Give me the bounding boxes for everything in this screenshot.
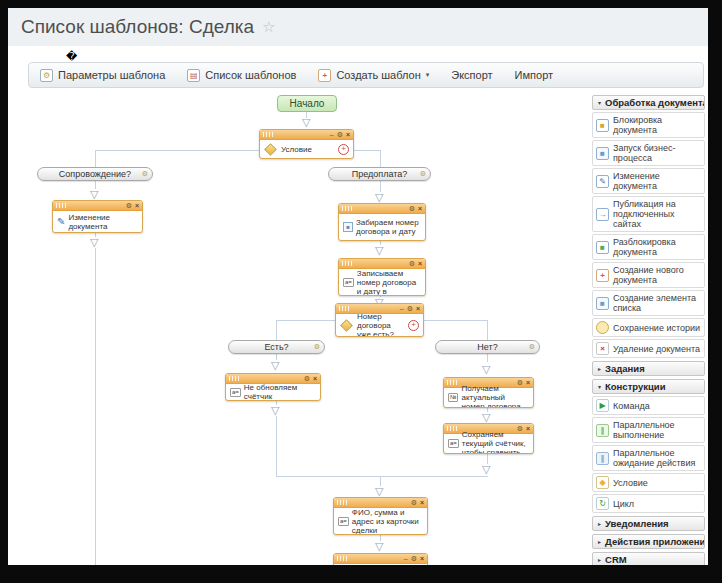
settings-gear-icon[interactable]: ⚙ xyxy=(407,305,413,313)
section-label: Действия приложений xyxy=(605,536,705,547)
export-button[interactable]: Экспорт xyxy=(440,63,503,87)
settings-gear-icon[interactable]: ⚙ xyxy=(337,131,343,139)
add-branch-icon[interactable]: + xyxy=(408,320,419,331)
template-params-button[interactable]: ⚙ Параметры шаблона xyxy=(29,63,176,87)
node-take-number[interactable]: ⚙ × ■ Забираем номер договора и дату xyxy=(338,203,426,241)
add-branch-icon[interactable]: + xyxy=(338,144,349,155)
node-header[interactable]: – ⚙ × xyxy=(260,130,353,140)
node-label: Получаем актуальный номер договора xyxy=(461,384,529,408)
action-edit-document[interactable]: ✎ Изменение документа xyxy=(592,168,705,194)
loop-icon: ↻ xyxy=(596,497,609,510)
node-get-actual-number[interactable]: ⚙ × № Получаем актуальный номер договора xyxy=(443,377,534,408)
close-icon[interactable]: × xyxy=(420,555,424,563)
branch-label: Есть? xyxy=(264,342,288,352)
action-parallel-wait[interactable]: ∥ Параллельное ожидание действия xyxy=(592,445,705,471)
action-condition[interactable]: ◆ Условие xyxy=(592,473,705,492)
close-icon[interactable]: × xyxy=(420,499,424,507)
node-condition-2[interactable]: – ⚙ × Номер договора уже есть? + xyxy=(335,303,424,337)
settings-gear-icon[interactable]: ⚙ xyxy=(126,202,132,210)
branch-settings-icon[interactable]: ⚙ xyxy=(314,343,320,351)
action-create-document[interactable]: + Создание нового документа xyxy=(592,262,705,288)
action-unlock-document[interactable]: ■ Разблокировка документа xyxy=(592,234,705,260)
action-create-list-element[interactable]: ■ Создание элемента списка xyxy=(592,290,705,316)
start-node[interactable]: Начало xyxy=(277,95,337,112)
drag-handle-icon[interactable] xyxy=(263,132,274,137)
delete-document-icon: × xyxy=(596,342,609,355)
node-header[interactable]: ⚙ × xyxy=(339,204,425,214)
action-command[interactable]: ▶ Команда xyxy=(592,396,705,415)
branch-est[interactable]: Есть? ⚙ xyxy=(228,340,325,354)
section-tasks[interactable]: ▸ Задания xyxy=(592,361,705,376)
branch-settings-icon[interactable]: ⚙ xyxy=(529,343,535,351)
action-lock-document[interactable]: ■ Блокировка документа xyxy=(592,112,705,138)
section-crm[interactable]: ▸ CRM xyxy=(592,552,705,565)
create-template-button[interactable]: + Создать шаблон ▾ xyxy=(307,63,440,87)
branch-label: Нет? xyxy=(477,342,497,352)
favorite-star-icon[interactable]: ☆ xyxy=(262,18,275,36)
settings-gear-icon[interactable]: ⚙ xyxy=(411,499,417,507)
close-icon[interactable]: × xyxy=(135,202,139,210)
close-icon[interactable]: × xyxy=(418,205,422,213)
action-save-history[interactable]: Сохранение истории xyxy=(592,318,705,337)
section-app-actions[interactable]: ▸ Действия приложений xyxy=(592,534,705,549)
connector-line xyxy=(487,320,488,340)
drag-handle-icon[interactable] xyxy=(337,556,348,561)
action-publish-sites[interactable]: → Публикация на подключенных сайтах xyxy=(592,196,705,232)
set-variable-icon: a= xyxy=(338,517,349,526)
node-condition-1[interactable]: – ⚙ × Условие + xyxy=(259,129,354,159)
section-label: Уведомления xyxy=(605,518,669,529)
settings-gear-icon[interactable]: ⚙ xyxy=(409,205,415,213)
node-header[interactable]: ⚙ × xyxy=(339,259,425,269)
node-save-counter[interactable]: ⚙ × a= Сохраняем текущий счётчик, чтобы … xyxy=(443,423,534,454)
set-variable-icon: a= xyxy=(230,388,241,397)
close-icon[interactable]: × xyxy=(313,375,317,383)
branch-soprovozhdenie[interactable]: Сопровождение? ⚙ xyxy=(37,167,153,181)
node-header[interactable]: – ⚙ × xyxy=(334,554,427,564)
node-header[interactable]: ⚙ × xyxy=(53,201,142,211)
edit-doc-icon: ✎ xyxy=(57,217,65,227)
settings-gear-icon[interactable]: ⚙ xyxy=(304,375,310,383)
drag-handle-icon[interactable] xyxy=(229,376,240,381)
action-parallel-execution[interactable]: ∥ Параллельное выполнение xyxy=(592,417,705,443)
action-label: Публикация на подключенных сайтах xyxy=(613,199,701,229)
drag-handle-icon[interactable] xyxy=(56,203,67,208)
minimize-icon[interactable]: – xyxy=(404,555,408,563)
node-deal-fields[interactable]: ⚙ × a= ФИО, сумма и адрес из карточки сд… xyxy=(333,497,428,535)
drag-handle-icon[interactable] xyxy=(337,500,348,505)
create-template-icon: + xyxy=(318,69,331,82)
action-start-bp[interactable]: ■ Запуск бизнес-процесса xyxy=(592,140,705,166)
arrow-down-icon: ▽ xyxy=(271,360,279,371)
settings-gear-icon[interactable]: ⚙ xyxy=(409,260,415,268)
minimize-icon[interactable]: – xyxy=(330,131,334,139)
section-document-processing[interactable]: ▾ Обработка документа xyxy=(592,95,705,110)
section-closed-icon: ▸ xyxy=(598,365,601,372)
branch-net[interactable]: Нет? ⚙ xyxy=(435,340,540,354)
drag-handle-icon[interactable] xyxy=(342,261,353,266)
drag-handle-icon[interactable] xyxy=(447,426,458,431)
action-loop[interactable]: ↻ Цикл xyxy=(592,494,705,513)
node-write-number[interactable]: ⚙ × a= Записываем номер договора и дату … xyxy=(338,258,426,296)
node-header[interactable]: ⚙ × xyxy=(334,498,427,508)
action-delete-document[interactable]: × Удаление документа xyxy=(592,339,705,358)
import-button[interactable]: Импорт xyxy=(504,63,564,87)
node-label: Не обновляем счётчик xyxy=(244,383,316,401)
branch-settings-icon[interactable]: ⚙ xyxy=(142,170,148,178)
node-label: Условие xyxy=(281,145,335,154)
section-constructions[interactable]: ▾ Конструкции xyxy=(592,379,705,394)
drag-handle-icon[interactable] xyxy=(447,380,458,385)
drag-handle-icon[interactable] xyxy=(339,306,350,311)
branch-settings-icon[interactable]: ⚙ xyxy=(420,170,426,178)
template-list-button[interactable]: ▤ Список шаблонов xyxy=(176,63,307,87)
close-icon[interactable]: × xyxy=(416,305,420,313)
section-notifications[interactable]: ▸ Уведомления xyxy=(592,516,705,531)
close-icon[interactable]: × xyxy=(346,131,350,139)
branch-predoplata[interactable]: Предоплата? ⚙ xyxy=(328,167,431,181)
drag-handle-icon[interactable] xyxy=(342,206,353,211)
settings-gear-icon[interactable]: ⚙ xyxy=(411,555,417,563)
node-edit-document[interactable]: ⚙ × ✎ Изменение документа xyxy=(52,200,143,233)
close-icon[interactable]: × xyxy=(418,260,422,268)
node-clipped-bottom[interactable]: – ⚙ × xyxy=(333,553,428,565)
action-label: Параллельное выполнение xyxy=(613,420,701,440)
node-no-update-counter[interactable]: ⚙ × a= Не обновляем счётчик xyxy=(225,373,321,401)
connector-line xyxy=(380,150,381,167)
